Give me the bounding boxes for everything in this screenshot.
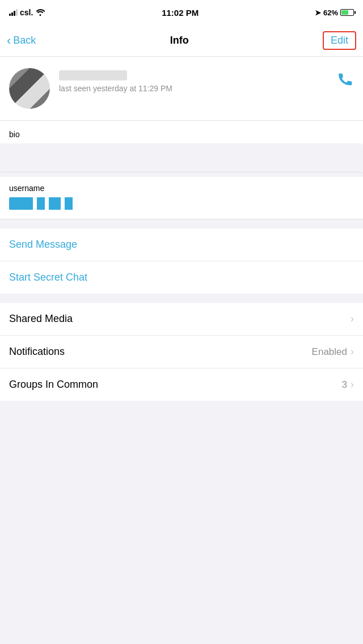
profile-name-placeholder [59,70,127,80]
username-label: username [9,184,354,193]
wifi-icon [35,8,45,18]
send-message-button[interactable]: Send Message [0,228,363,261]
back-label: Back [13,35,36,46]
bio-content [0,143,363,172]
groups-in-common-value: 3 [342,379,347,391]
shared-media-row[interactable]: Shared Media › [0,303,363,336]
status-bar: csl. 11:02 PM ➤ 62% [0,0,363,25]
profile-info: last seen yesterday at 11:29 PM [59,68,354,93]
groups-in-common-row[interactable]: Groups In Common 3 › [0,368,363,401]
battery-fill [341,10,348,15]
battery-percent: 62% [323,9,338,17]
groups-in-common-right: 3 › [342,379,354,391]
location-icon: ➤ [315,9,321,17]
signal-bar-1 [9,14,11,16]
notifications-row[interactable]: Notifications Enabled › [0,336,363,368]
divider-1 [0,172,363,177]
groups-in-common-label: Groups In Common [9,379,98,391]
profile-status: last seen yesterday at 11:29 PM [59,84,354,93]
shared-media-label: Shared Media [9,313,73,325]
status-time: 11:02 PM [162,8,199,18]
avatar-image [9,68,50,109]
chevron-right-icon-3: › [351,379,354,391]
username-value-placeholder [9,197,88,210]
nav-bar: ‹ Back Info Edit [0,25,363,57]
signal-bars [9,9,18,16]
profile-section: last seen yesterday at 11:29 PM [0,57,363,121]
username-section: username [0,177,363,219]
notifications-right: Enabled › [312,346,354,358]
status-right: ➤ 62% [315,9,354,17]
avatar [9,68,50,109]
chevron-right-icon: › [351,313,354,325]
signal-bar-4 [16,9,18,16]
battery-icon [340,9,354,16]
notifications-value: Enabled [312,346,347,358]
edit-button[interactable]: Edit [323,31,356,50]
chevron-right-icon-2: › [351,346,354,358]
divider-2 [0,219,363,224]
bio-section: bio [0,121,363,172]
bio-label: bio [9,130,354,139]
chevron-left-icon: ‹ [7,33,11,48]
start-secret-chat-button[interactable]: Start Secret Chat [0,261,363,294]
call-button[interactable] [337,70,354,91]
back-button[interactable]: ‹ Back [7,33,36,48]
page-title: Info [170,35,189,46]
divider-3 [0,294,363,298]
status-left: csl. [9,8,45,18]
settings-section: Shared Media › Notifications Enabled › G… [0,303,363,401]
action-section: Send Message Start Secret Chat [0,228,363,294]
shared-media-right: › [351,313,354,325]
notifications-label: Notifications [9,346,65,358]
signal-bar-3 [14,11,15,16]
carrier-label: csl. [20,8,33,17]
signal-bar-2 [11,12,13,16]
